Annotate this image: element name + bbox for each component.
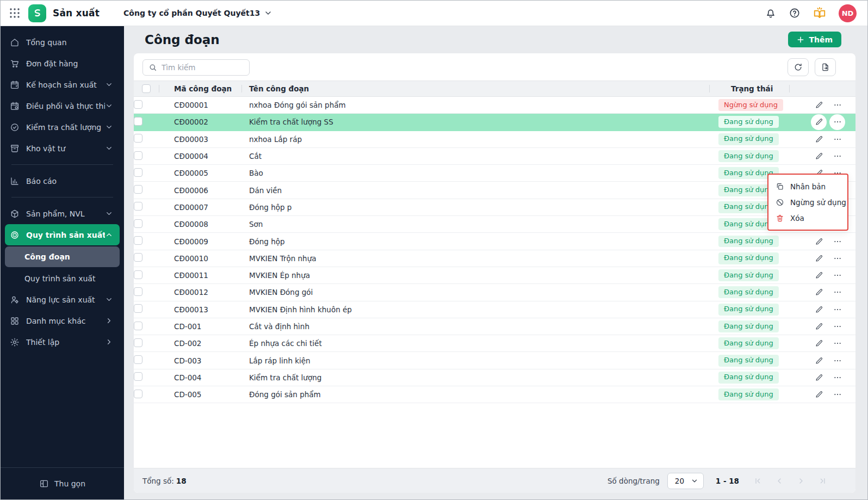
edit-button[interactable]: [811, 285, 827, 300]
status-badge: Đang sử dụng: [718, 236, 779, 248]
next-page-button[interactable]: [790, 474, 812, 487]
more-actions-button[interactable]: [829, 268, 845, 283]
sidebar-item[interactable]: Danh mục khác: [5, 310, 120, 331]
previous-page-button[interactable]: [768, 474, 790, 487]
more-actions-button[interactable]: [829, 114, 845, 130]
sidebar-item[interactable]: Điều phối và thực thi: [5, 95, 120, 116]
row-checkbox[interactable]: [134, 322, 142, 330]
row-checkbox[interactable]: [134, 100, 142, 109]
more-actions-button[interactable]: [829, 336, 845, 351]
apps-grid-icon[interactable]: [8, 7, 21, 20]
sidebar-item[interactable]: Năng lực sản xuất: [5, 289, 120, 310]
sidebar-item[interactable]: Quy trình sản xuất: [5, 224, 120, 245]
edit-button[interactable]: [811, 131, 827, 147]
row-checkbox[interactable]: [134, 355, 142, 364]
add-button[interactable]: Thêm: [788, 32, 841, 47]
row-checkbox[interactable]: [134, 168, 142, 177]
edit-button[interactable]: [811, 114, 827, 130]
row-checkbox[interactable]: [134, 236, 142, 245]
table-row[interactable]: CĐ00013MVKIEN Định hình khuôn épĐang sử …: [134, 301, 855, 318]
more-actions-button[interactable]: [829, 233, 845, 249]
edit-button[interactable]: [811, 319, 827, 335]
help-icon[interactable]: [789, 7, 801, 19]
sidebar-item[interactable]: Kiểm tra chất lượng: [5, 116, 120, 138]
guide-icon[interactable]: [813, 6, 827, 20]
more-actions-button[interactable]: [829, 97, 845, 113]
row-checkbox[interactable]: [134, 219, 142, 228]
table-row[interactable]: CĐ00005BàoĐang sử dụng: [134, 165, 855, 182]
last-page-button[interactable]: [812, 474, 834, 487]
table-row[interactable]: CD-004Kiểm tra chất lượngĐang sử dụng: [134, 369, 855, 386]
edit-button[interactable]: [811, 336, 827, 351]
row-checkbox[interactable]: [134, 202, 142, 211]
table-row[interactable]: CĐ00009Đóng hộpĐang sử dụng: [134, 233, 855, 250]
table-row[interactable]: CĐ00006Dán viềnĐang sử dụng: [134, 182, 855, 199]
row-checkbox[interactable]: [134, 151, 142, 160]
row-checkbox[interactable]: [134, 338, 142, 347]
collapse-sidebar-button[interactable]: Thu gọn: [1, 467, 124, 499]
sidebar-subitem[interactable]: Công đoạn: [5, 246, 120, 267]
context-menu-item[interactable]: Xóa: [768, 210, 847, 226]
sidebar-item[interactable]: Sản phẩm, NVL: [5, 203, 120, 224]
more-actions-button[interactable]: [829, 250, 845, 266]
context-menu-item[interactable]: Nhân bản: [768, 178, 847, 194]
search-input[interactable]: [162, 63, 244, 72]
more-actions-button[interactable]: [829, 301, 845, 317]
row-code: CĐ00007: [159, 203, 241, 212]
table-row[interactable]: CĐ00008SơnĐang sử dụng: [134, 216, 855, 233]
row-checkbox[interactable]: [134, 390, 142, 398]
table-row[interactable]: CĐ00012MVKIEN Đóng góiĐang sử dụng: [134, 284, 855, 301]
table-row[interactable]: CĐ00002Kiểm tra chất lượng SSĐang sử dụn…: [134, 114, 855, 131]
table-row[interactable]: CĐ00011MVKIEN Ép nhựaĐang sử dụng: [134, 267, 855, 284]
table-row[interactable]: CD-002Ép nhựa các chi tiếtĐang sử dụng: [134, 335, 855, 352]
table-row[interactable]: CD-005Đóng gói sản phẩmĐang sử dụng: [134, 386, 855, 403]
sidebar-item[interactable]: Tổng quan: [5, 32, 120, 53]
edit-button[interactable]: [811, 301, 827, 317]
row-checkbox[interactable]: [134, 287, 142, 296]
table-row[interactable]: CĐ00007Đóng hộp pĐang sử dụng: [134, 199, 855, 216]
table-row[interactable]: CĐ00003nxhoa Lắp rápĐang sử dụng: [134, 131, 855, 148]
row-checkbox[interactable]: [134, 270, 142, 279]
sidebar-item[interactable]: Kho vật tư: [5, 138, 120, 159]
select-all-checkbox[interactable]: [142, 84, 151, 93]
more-actions-button[interactable]: [829, 149, 845, 164]
sidebar-subitem[interactable]: Quy trình sản xuất: [5, 268, 120, 289]
edit-button[interactable]: [811, 268, 827, 283]
edit-button[interactable]: [811, 250, 827, 266]
context-menu-item[interactable]: Ngừng sử dụng: [768, 194, 847, 210]
row-checkbox[interactable]: [134, 185, 142, 194]
more-actions-button[interactable]: [829, 353, 845, 368]
table-row[interactable]: CD-003Lắp ráp linh kiệnĐang sử dụng: [134, 352, 855, 369]
edit-button[interactable]: [811, 149, 827, 164]
edit-button[interactable]: [811, 97, 827, 113]
row-checkbox[interactable]: [134, 372, 142, 381]
notification-bell-icon[interactable]: [765, 7, 777, 19]
sidebar-item[interactable]: Thiết lập: [5, 331, 120, 353]
edit-button[interactable]: [811, 353, 827, 368]
sidebar-item[interactable]: Đơn đặt hàng: [5, 53, 120, 74]
row-checkbox[interactable]: [134, 304, 142, 313]
table-row[interactable]: CĐ00001nxhoa Đóng gói sản phẩmNgừng sử d…: [134, 97, 855, 114]
company-selector[interactable]: Công ty cổ phần Quyết Quyết13: [123, 9, 272, 17]
table-row[interactable]: CD-001Cắt và định hìnhĐang sử dụng: [134, 318, 855, 335]
first-page-button[interactable]: [747, 474, 768, 487]
export-button[interactable]: [815, 58, 836, 76]
more-actions-button[interactable]: [829, 319, 845, 335]
table-row[interactable]: CĐ00010MVKIEN Trộn nhựaĐang sử dụng: [134, 250, 855, 267]
row-checkbox[interactable]: [134, 117, 142, 126]
page-size-select[interactable]: 20: [667, 473, 704, 489]
more-actions-button[interactable]: [829, 285, 845, 300]
table-row[interactable]: CĐ00004CắtĐang sử dụng: [134, 148, 855, 165]
edit-button[interactable]: [811, 233, 827, 249]
sidebar-item[interactable]: Kế hoạch sản xuất: [5, 74, 120, 95]
avatar[interactable]: ND: [839, 4, 857, 22]
sidebar-item[interactable]: Báo cáo: [5, 170, 120, 192]
row-checkbox[interactable]: [134, 134, 142, 143]
more-actions-button[interactable]: [829, 387, 845, 403]
more-actions-button[interactable]: [829, 369, 845, 385]
edit-button[interactable]: [811, 369, 827, 385]
more-actions-button[interactable]: [829, 131, 845, 147]
row-checkbox[interactable]: [134, 253, 142, 262]
edit-button[interactable]: [811, 387, 827, 403]
refresh-button[interactable]: [788, 58, 809, 76]
